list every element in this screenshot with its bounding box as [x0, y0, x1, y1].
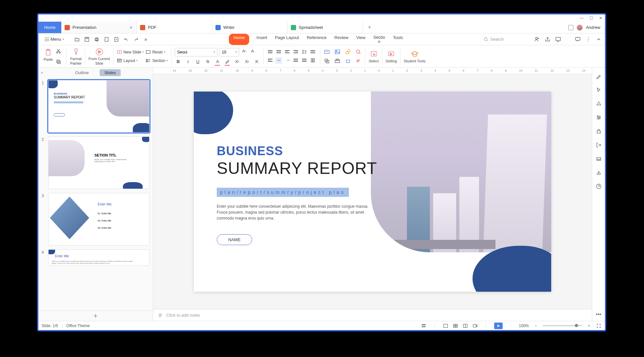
- lock-icon[interactable]: [595, 128, 602, 135]
- strikethrough-button[interactable]: S: [204, 58, 211, 65]
- numbering-icon[interactable]: [275, 49, 282, 55]
- tab-spreadsheet[interactable]: Spreadsheet: [288, 22, 363, 33]
- picture-icon[interactable]: [334, 49, 341, 55]
- slideshow-button[interactable]: [494, 323, 503, 329]
- slide-title-summary[interactable]: SUMMARY REPORT: [217, 159, 387, 178]
- paste-button[interactable]: Paste: [44, 48, 53, 65]
- help-icon[interactable]: [595, 183, 602, 190]
- notes-bar[interactable]: Click to add notes: [153, 309, 592, 321]
- normal-view-icon[interactable]: [443, 323, 449, 329]
- font-size-select[interactable]: 10▾: [219, 48, 239, 56]
- share-icon[interactable]: [545, 36, 551, 42]
- new-slide-button[interactable]: New Slide▾: [117, 49, 144, 55]
- outline-tab[interactable]: Outline: [70, 69, 93, 76]
- font-color-button[interactable]: A: [214, 58, 221, 65]
- replace-icon[interactable]: [355, 58, 362, 64]
- add-user-icon[interactable]: [534, 36, 540, 42]
- increase-indent-icon[interactable]: [292, 49, 299, 55]
- group-icon[interactable]: [334, 58, 341, 64]
- slide-thumbnail-1[interactable]: BUSINESS SUMMARY REPORT: [48, 80, 150, 133]
- more-quickaccess-icon[interactable]: »: [143, 36, 149, 42]
- open-icon[interactable]: [74, 36, 80, 42]
- slide-content[interactable]: BUSINESS SUMMARY REPORT plan/report/summ…: [194, 92, 551, 292]
- slide-tag[interactable]: plan/report/summry/project plan: [217, 188, 349, 197]
- tab-presentation[interactable]: Presentation ✕: [61, 22, 137, 33]
- decrease-indent-icon[interactable]: [284, 49, 291, 55]
- zoom-tool-icon[interactable]: [355, 49, 362, 55]
- slide-paragraph[interactable]: Enter your subtitle here consectetuer ad…: [217, 203, 374, 221]
- font-select[interactable]: Seoui▾: [175, 48, 217, 56]
- exit-icon[interactable]: [595, 142, 602, 148]
- zoom-slider[interactable]: [543, 325, 582, 326]
- print-icon[interactable]: [94, 36, 100, 42]
- section-button[interactable]: Section▾: [146, 57, 168, 64]
- tab-writer[interactable]: Writer: [212, 22, 288, 33]
- ribbon-tab-tools[interactable]: Tools: [392, 34, 404, 45]
- align-center-icon[interactable]: [275, 57, 282, 64]
- minimize-icon[interactable]: —: [580, 16, 584, 20]
- distribute-icon[interactable]: [301, 57, 308, 64]
- add-slide-button[interactable]: +: [38, 310, 153, 321]
- pointer-tool-icon[interactable]: [595, 87, 602, 93]
- ribbon-tab-section[interactable]: Section: [372, 34, 386, 45]
- record-view-icon[interactable]: [472, 323, 478, 329]
- avatar[interactable]: [577, 25, 583, 31]
- reading-view-icon[interactable]: [462, 323, 468, 329]
- setting-button[interactable]: Setting: [386, 50, 397, 63]
- print-preview-icon[interactable]: [104, 36, 110, 42]
- ribbon-tab-reference[interactable]: Reference: [306, 34, 327, 45]
- zoom-in-button[interactable]: +: [586, 323, 592, 329]
- shapes-icon[interactable]: [345, 49, 351, 55]
- ribbon-tab-view[interactable]: View: [355, 34, 366, 45]
- pen-tool-icon[interactable]: [595, 73, 602, 79]
- slide-thumbnail-2[interactable]: SETION TITL Enter your subtitle here con…: [48, 136, 150, 189]
- zoom-out-button[interactable]: −: [533, 323, 539, 329]
- fit-screen-icon[interactable]: [596, 323, 602, 329]
- close-tab-icon[interactable]: ✕: [129, 25, 133, 30]
- italic-button[interactable]: I: [185, 58, 191, 65]
- comments-icon[interactable]: [575, 36, 581, 42]
- format-painter-button[interactable]: Farmat Painter: [70, 48, 82, 65]
- ribbon-tab-insert[interactable]: Insert: [256, 34, 268, 45]
- sorter-view-icon[interactable]: [453, 323, 458, 329]
- undo-icon[interactable]: [123, 36, 129, 42]
- select-button[interactable]: Select: [369, 50, 379, 63]
- more-header-icon[interactable]: ⋮: [585, 36, 591, 42]
- highlight-button[interactable]: [224, 58, 231, 65]
- collapse-ribbon-icon[interactable]: [596, 36, 602, 42]
- more-rail-icon[interactable]: •••: [595, 311, 602, 318]
- ribbon-tab-home[interactable]: Home: [229, 34, 250, 45]
- tab-home[interactable]: Home: [38, 22, 61, 33]
- save-icon[interactable]: [84, 36, 90, 42]
- student-tools-button[interactable]: Student Tools: [404, 50, 425, 63]
- slide-title-business[interactable]: BUSINESS: [217, 144, 387, 158]
- bold-button[interactable]: B: [175, 58, 181, 65]
- view-menu-icon[interactable]: [421, 323, 427, 329]
- columns-icon[interactable]: [310, 57, 316, 64]
- screen-icon[interactable]: [555, 36, 561, 42]
- shape-tool-icon[interactable]: [595, 100, 602, 107]
- text-direction-icon[interactable]: [310, 49, 316, 55]
- copy-icon[interactable]: [55, 59, 61, 65]
- close-window-icon[interactable]: ✕: [599, 16, 602, 20]
- justify-icon[interactable]: [292, 57, 299, 64]
- bullets-icon[interactable]: [267, 49, 273, 55]
- slide-canvas[interactable]: BUSINESS SUMMARY REPORT plan/report/summ…: [153, 74, 592, 309]
- slide-name-pill[interactable]: NAME: [217, 234, 252, 245]
- redo-icon[interactable]: [133, 36, 139, 42]
- superscript-button[interactable]: X2: [234, 58, 240, 65]
- slide-thumbnail-3[interactable]: Enter title 01. Enter title 02. Enter ti…: [48, 193, 150, 245]
- settings-rail-icon[interactable]: [595, 114, 602, 121]
- arrange-icon[interactable]: [324, 58, 330, 64]
- rotate-icon[interactable]: [345, 58, 351, 64]
- export-icon[interactable]: [113, 36, 119, 42]
- maximize-icon[interactable]: ☐: [590, 16, 593, 20]
- ribbon-tab-page-layout[interactable]: Page Layout: [274, 34, 300, 45]
- inbox-icon[interactable]: [595, 156, 602, 162]
- align-right-icon[interactable]: [284, 57, 291, 64]
- user-name[interactable]: Andrew: [586, 25, 600, 30]
- search-input[interactable]: Search: [484, 37, 530, 42]
- slide-thumbnail-4[interactable]: Enter title Enter your subtitle here con…: [48, 249, 150, 266]
- from-current-slide-button[interactable]: From Current Slide: [89, 48, 110, 65]
- decrease-font-icon[interactable]: A-: [250, 48, 256, 54]
